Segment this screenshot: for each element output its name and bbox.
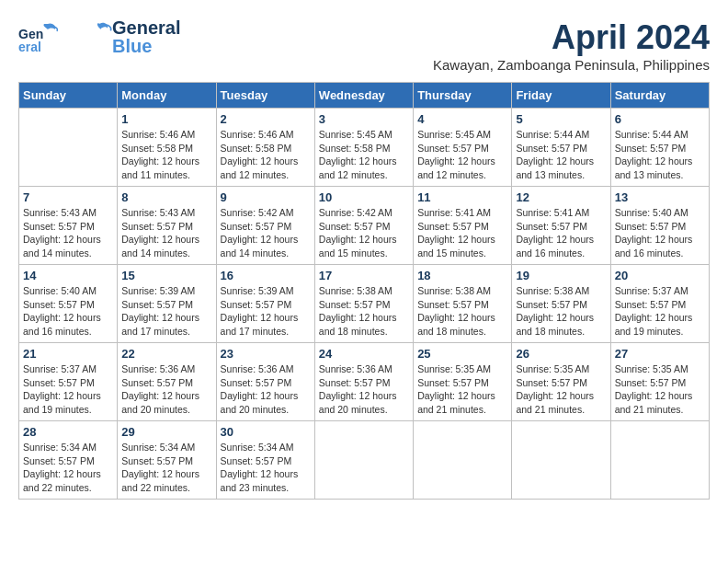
day-info: Sunrise: 5:45 AMSunset: 5:57 PMDaylight:… (417, 128, 507, 182)
calendar-body: 1Sunrise: 5:46 AMSunset: 5:58 PMDaylight… (19, 109, 710, 500)
day-number: 19 (516, 269, 606, 282)
day-number: 18 (417, 269, 507, 282)
day-cell: 28Sunrise: 5:34 AMSunset: 5:57 PMDayligh… (19, 421, 118, 500)
day-cell: 12Sunrise: 5:41 AMSunset: 5:57 PMDayligh… (512, 187, 610, 265)
day-info: Sunrise: 5:40 AMSunset: 5:57 PMDaylight:… (615, 206, 705, 260)
day-cell: 18Sunrise: 5:38 AMSunset: 5:57 PMDayligh… (414, 265, 512, 343)
day-number: 1 (121, 112, 211, 126)
title-block: April 2024 Kawayan, Zamboanga Peninsula,… (433, 18, 710, 73)
week-row-3: 14Sunrise: 5:40 AMSunset: 5:57 PMDayligh… (19, 265, 710, 343)
day-cell: 26Sunrise: 5:35 AMSunset: 5:57 PMDayligh… (512, 343, 610, 421)
day-number: 8 (121, 190, 211, 204)
day-info: Sunrise: 5:40 AMSunset: 5:57 PMDaylight:… (23, 284, 113, 339)
day-info: Sunrise: 5:34 AMSunset: 5:57 PMDaylight:… (23, 441, 113, 495)
day-number: 14 (23, 269, 113, 282)
day-info: Sunrise: 5:38 AMSunset: 5:57 PMDaylight:… (319, 284, 409, 339)
month-title: April 2024 (433, 18, 710, 57)
day-cell: 20Sunrise: 5:37 AMSunset: 5:57 PMDayligh… (610, 265, 709, 343)
day-cell: 8Sunrise: 5:43 AMSunset: 5:57 PMDaylight… (118, 187, 216, 265)
header-wednesday: Wednesday (314, 83, 413, 109)
day-number: 3 (319, 112, 409, 126)
day-info: Sunrise: 5:35 AMSunset: 5:57 PMDaylight:… (615, 362, 705, 417)
day-number: 24 (319, 347, 409, 361)
day-info: Sunrise: 5:39 AMSunset: 5:57 PMDaylight:… (121, 284, 211, 339)
header-sunday: Sunday (19, 83, 118, 109)
day-cell: 21Sunrise: 5:37 AMSunset: 5:57 PMDayligh… (19, 343, 118, 421)
day-number: 22 (121, 347, 211, 361)
logo-general: General (112, 18, 180, 37)
day-info: Sunrise: 5:41 AMSunset: 5:57 PMDaylight:… (417, 206, 507, 260)
logo: Gen eral General Blue (18, 18, 180, 55)
day-number: 30 (221, 425, 311, 439)
header-tuesday: Tuesday (216, 83, 314, 109)
logo-bird-icon: Gen eral (18, 20, 59, 53)
day-number: 27 (615, 347, 705, 361)
day-number: 17 (319, 269, 409, 282)
day-info: Sunrise: 5:38 AMSunset: 5:57 PMDaylight:… (516, 284, 606, 339)
day-cell: 5Sunrise: 5:44 AMSunset: 5:57 PMDaylight… (512, 109, 610, 187)
day-info: Sunrise: 5:43 AMSunset: 5:57 PMDaylight:… (121, 206, 211, 260)
day-number: 21 (23, 347, 113, 361)
day-info: Sunrise: 5:38 AMSunset: 5:57 PMDaylight:… (417, 284, 507, 339)
day-number: 12 (516, 190, 606, 204)
day-number: 13 (615, 190, 705, 204)
day-cell (414, 421, 512, 500)
day-cell: 15Sunrise: 5:39 AMSunset: 5:57 PMDayligh… (118, 265, 216, 343)
day-cell: 2Sunrise: 5:46 AMSunset: 5:58 PMDaylight… (216, 109, 314, 187)
day-cell: 23Sunrise: 5:36 AMSunset: 5:57 PMDayligh… (216, 343, 314, 421)
day-cell: 14Sunrise: 5:40 AMSunset: 5:57 PMDayligh… (19, 265, 118, 343)
day-info: Sunrise: 5:36 AMSunset: 5:57 PMDaylight:… (319, 362, 409, 417)
day-number: 11 (417, 190, 507, 204)
day-info: Sunrise: 5:36 AMSunset: 5:57 PMDaylight:… (121, 362, 211, 417)
week-row-2: 7Sunrise: 5:43 AMSunset: 5:57 PMDaylight… (19, 187, 710, 265)
day-cell: 1Sunrise: 5:46 AMSunset: 5:58 PMDaylight… (118, 109, 216, 187)
day-cell: 4Sunrise: 5:45 AMSunset: 5:57 PMDaylight… (414, 109, 512, 187)
day-cell: 29Sunrise: 5:34 AMSunset: 5:57 PMDayligh… (118, 421, 216, 500)
svg-text:eral: eral (18, 40, 41, 53)
day-info: Sunrise: 5:42 AMSunset: 5:57 PMDaylight:… (221, 206, 311, 260)
day-number: 15 (121, 269, 211, 282)
location: Kawayan, Zamboanga Peninsula, Philippine… (433, 57, 710, 73)
day-number: 7 (23, 190, 113, 204)
day-cell: 6Sunrise: 5:44 AMSunset: 5:57 PMDaylight… (610, 109, 709, 187)
day-cell: 30Sunrise: 5:34 AMSunset: 5:57 PMDayligh… (216, 421, 314, 500)
day-number: 29 (121, 425, 211, 439)
day-cell: 17Sunrise: 5:38 AMSunset: 5:57 PMDayligh… (314, 265, 413, 343)
day-number: 9 (221, 190, 311, 204)
day-cell: 25Sunrise: 5:35 AMSunset: 5:57 PMDayligh… (414, 343, 512, 421)
day-number: 23 (221, 347, 311, 361)
day-cell: 13Sunrise: 5:40 AMSunset: 5:57 PMDayligh… (610, 187, 709, 265)
day-info: Sunrise: 5:35 AMSunset: 5:57 PMDaylight:… (417, 362, 507, 417)
day-info: Sunrise: 5:44 AMSunset: 5:57 PMDaylight:… (615, 128, 705, 182)
day-info: Sunrise: 5:34 AMSunset: 5:57 PMDaylight:… (221, 441, 311, 495)
day-info: Sunrise: 5:41 AMSunset: 5:57 PMDaylight:… (516, 206, 606, 260)
day-cell: 27Sunrise: 5:35 AMSunset: 5:57 PMDayligh… (610, 343, 709, 421)
header-thursday: Thursday (414, 83, 512, 109)
day-info: Sunrise: 5:45 AMSunset: 5:58 PMDaylight:… (319, 128, 409, 182)
day-info: Sunrise: 5:46 AMSunset: 5:58 PMDaylight:… (221, 128, 311, 182)
day-info: Sunrise: 5:44 AMSunset: 5:57 PMDaylight:… (516, 128, 606, 182)
day-info: Sunrise: 5:42 AMSunset: 5:57 PMDaylight:… (319, 206, 409, 260)
day-cell (19, 109, 118, 187)
day-cell (314, 421, 413, 500)
day-info: Sunrise: 5:43 AMSunset: 5:57 PMDaylight:… (23, 206, 113, 260)
day-cell: 11Sunrise: 5:41 AMSunset: 5:57 PMDayligh… (414, 187, 512, 265)
calendar-header-row: SundayMondayTuesdayWednesdayThursdayFrid… (19, 83, 710, 109)
logo-blue: Blue (112, 37, 180, 55)
header-friday: Friday (512, 83, 610, 109)
week-row-4: 21Sunrise: 5:37 AMSunset: 5:57 PMDayligh… (19, 343, 710, 421)
day-cell: 19Sunrise: 5:38 AMSunset: 5:57 PMDayligh… (512, 265, 610, 343)
day-cell: 7Sunrise: 5:43 AMSunset: 5:57 PMDaylight… (19, 187, 118, 265)
day-cell: 3Sunrise: 5:45 AMSunset: 5:58 PMDaylight… (314, 109, 413, 187)
header-monday: Monday (118, 83, 216, 109)
page-header: Gen eral General Blue (18, 18, 710, 73)
day-number: 4 (417, 112, 507, 126)
day-info: Sunrise: 5:35 AMSunset: 5:57 PMDaylight:… (516, 362, 606, 417)
logo-full-icon (66, 18, 112, 55)
day-number: 2 (221, 112, 311, 126)
day-info: Sunrise: 5:39 AMSunset: 5:57 PMDaylight:… (221, 284, 311, 339)
day-info: Sunrise: 5:37 AMSunset: 5:57 PMDaylight:… (23, 362, 113, 417)
day-cell (610, 421, 709, 500)
day-info: Sunrise: 5:37 AMSunset: 5:57 PMDaylight:… (615, 284, 705, 339)
day-cell: 9Sunrise: 5:42 AMSunset: 5:57 PMDaylight… (216, 187, 314, 265)
